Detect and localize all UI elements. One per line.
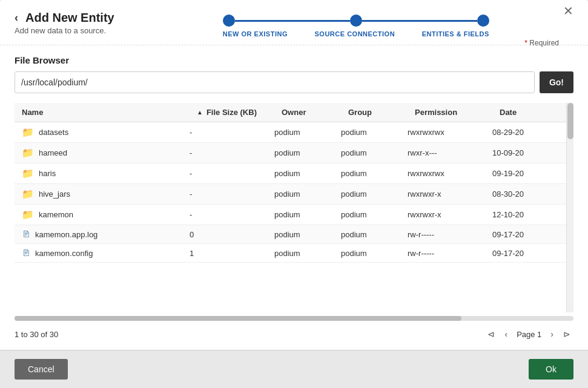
cell-date: 08-30-20 xyxy=(492,189,559,199)
cell-name: 🖹 kamemon.config xyxy=(22,248,190,258)
cell-size: 1 xyxy=(190,249,274,258)
scrollbar-thumb[interactable] xyxy=(567,103,573,139)
table-scroll-area[interactable]: 📁 datasets - podium podium rwxrwxrwx 08-… xyxy=(15,122,573,312)
cell-permission: rwxr-x--- xyxy=(408,148,492,157)
folder-icon: 📁 xyxy=(22,209,34,220)
table-row[interactable]: 📁 datasets - podium podium rwxrwxrwx 08-… xyxy=(15,122,566,143)
horizontal-scrollbar[interactable] xyxy=(15,316,573,321)
cell-group: podium xyxy=(341,128,408,137)
modal-title: ‹ Add New Entity xyxy=(15,11,114,25)
cell-size: - xyxy=(190,148,274,157)
cell-size: - xyxy=(190,189,274,199)
file-name: datasets xyxy=(39,128,68,137)
page-info: 1 to 30 of 30 xyxy=(15,330,58,339)
first-page-button[interactable]: ⊲ xyxy=(484,328,498,340)
modal-footer: Cancel Ok xyxy=(0,350,588,388)
cell-name: 📁 hameed xyxy=(22,147,190,159)
cell-owner: podium xyxy=(274,230,341,239)
stepper: NEW OR EXISTING SOURCE CONNECTION ENTITI… xyxy=(139,11,573,38)
cell-size: 0 xyxy=(190,230,274,239)
pagination-bar: 1 to 30 of 30 ⊲ ‹ Page 1 › ⊳ xyxy=(15,323,573,340)
cell-owner: podium xyxy=(274,128,341,137)
cell-date: 09-17-20 xyxy=(492,230,559,239)
col-group: Group xyxy=(348,108,415,117)
section-title: File Browser xyxy=(15,55,573,65)
table-row[interactable]: 🖹 kamemon.app.log 0 podium podium rw-r--… xyxy=(15,225,566,244)
folder-icon: 📁 xyxy=(22,127,34,138)
cell-date: 10-09-20 xyxy=(492,148,559,157)
cell-name: 📁 hive_jars xyxy=(22,188,190,200)
col-permission: Permission xyxy=(415,108,500,117)
cell-name: 📁 kamemon xyxy=(22,209,190,220)
vertical-scrollbar[interactable] xyxy=(566,103,573,312)
table-row[interactable]: 📁 hive_jars - podium podium rwxrwxr-x 08… xyxy=(15,184,566,205)
page-number: Page 1 xyxy=(514,330,544,339)
go-button[interactable]: Go! xyxy=(540,71,573,93)
cell-date: 09-19-20 xyxy=(492,169,559,178)
cell-group: podium xyxy=(341,249,408,258)
last-page-button[interactable]: ⊳ xyxy=(560,328,573,340)
col-owner: Owner xyxy=(282,108,348,117)
file-name: hive_jars xyxy=(39,189,70,199)
cell-owner: podium xyxy=(274,210,341,219)
step-label-1[interactable]: NEW OR EXISTING xyxy=(223,30,288,38)
cell-group: podium xyxy=(341,189,408,199)
cell-date: 08-29-20 xyxy=(492,128,559,137)
ok-button[interactable]: Ok xyxy=(529,359,573,380)
cell-owner: podium xyxy=(274,148,341,157)
file-name: kamemon xyxy=(39,210,73,219)
cell-group: podium xyxy=(341,148,408,157)
col-name: Name xyxy=(22,108,197,117)
cell-group: podium xyxy=(341,230,408,239)
col-date: Date xyxy=(500,108,566,117)
cell-permission: rw-r----- xyxy=(408,230,492,239)
cell-size: - xyxy=(190,210,274,219)
sort-up-icon: ▲ xyxy=(197,109,203,116)
back-icon[interactable]: ‹ xyxy=(15,12,18,24)
title-text: Add New Entity xyxy=(25,11,114,25)
h-scrollbar-thumb[interactable] xyxy=(15,316,461,321)
cell-owner: podium xyxy=(274,189,341,199)
file-name: hameed xyxy=(39,148,67,157)
step-label-2[interactable]: SOURCE CONNECTION xyxy=(315,30,395,38)
close-button[interactable]: ✕ xyxy=(563,5,573,17)
step-circle-3 xyxy=(477,15,489,27)
step-line-2 xyxy=(362,20,477,22)
cell-permission: rwxrwxr-x xyxy=(408,189,492,199)
stepper-labels: NEW OR EXISTING SOURCE CONNECTION ENTITI… xyxy=(223,30,489,38)
step-circle-1 xyxy=(223,15,235,27)
col-filesize[interactable]: ▲ File Size (KB) xyxy=(197,108,282,117)
table-row[interactable]: 📁 hameed - podium podium rwxr-x--- 10-09… xyxy=(15,143,566,163)
cell-size: - xyxy=(190,169,274,178)
path-input[interactable] xyxy=(15,71,535,93)
folder-icon: 📁 xyxy=(22,168,34,179)
stepper-track xyxy=(223,15,489,27)
add-entity-modal: ‹ Add New Entity Add new data to a sourc… xyxy=(0,0,588,388)
table-row[interactable]: 🖹 kamemon.config 1 podium podium rw-r---… xyxy=(15,244,566,263)
file-icon: 🖹 xyxy=(22,248,30,258)
table-header: Name ▲ File Size (KB) Owner Group Permis… xyxy=(15,103,573,122)
table-row[interactable]: 📁 haris - podium podium rwxrwxrwx 09-19-… xyxy=(15,163,566,184)
file-name: kamemon.config xyxy=(35,249,93,258)
title-section: ‹ Add New Entity Add new data to a sourc… xyxy=(15,11,114,35)
next-page-button[interactable]: › xyxy=(547,328,557,340)
cell-size: - xyxy=(190,128,274,137)
cell-permission: rwxrwxr-x xyxy=(408,210,492,219)
cell-name: 📁 datasets xyxy=(22,127,190,138)
cell-date: 09-17-20 xyxy=(492,249,559,258)
cell-owner: podium xyxy=(274,249,341,258)
file-name: kamemon.app.log xyxy=(35,230,97,239)
required-note: * Required xyxy=(524,39,559,47)
step-label-3[interactable]: ENTITIES & FIELDS xyxy=(422,30,489,38)
cancel-button[interactable]: Cancel xyxy=(15,359,68,380)
cell-name: 📁 haris xyxy=(22,168,190,179)
step-circle-2 xyxy=(350,15,362,27)
modal-body: File Browser Go! Name ▲ File Size (KB) O… xyxy=(0,45,588,350)
prev-page-button[interactable]: ‹ xyxy=(501,328,510,340)
folder-icon: 📁 xyxy=(22,147,34,159)
step-line-1 xyxy=(235,20,350,22)
cell-name: 🖹 kamemon.app.log xyxy=(22,229,190,239)
cell-owner: podium xyxy=(274,169,341,178)
table-row[interactable]: 📁 kamemon - podium podium rwxrwxr-x 12-1… xyxy=(15,205,566,225)
file-icon: 🖹 xyxy=(22,229,30,239)
